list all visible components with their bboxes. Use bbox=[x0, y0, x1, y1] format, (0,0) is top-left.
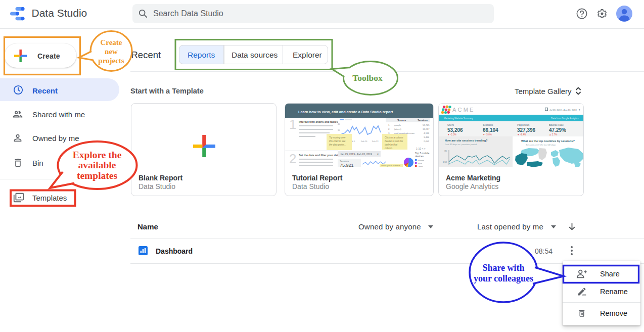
svg-text:column.: column. bbox=[385, 147, 393, 150]
svg-text:google: google bbox=[394, 124, 401, 126]
svg-text:2,052: 2,052 bbox=[424, 140, 430, 143]
svg-text:Interact with charts and table: Interact with charts and tables bbox=[299, 120, 338, 123]
svg-text:devices: devices bbox=[415, 155, 424, 158]
svg-text:Sessions: Sessions bbox=[418, 119, 428, 122]
svg-text:Last 30 days vs. previous peri: Last 30 days vs. previous period bbox=[445, 143, 477, 146]
svg-text:▼ -5.0%: ▼ -5.0% bbox=[483, 133, 492, 136]
svg-text:▲ 2.7%: ▲ 2.7% bbox=[549, 133, 557, 136]
svg-text:table by that: table by that bbox=[385, 144, 398, 146]
svg-text:Click on a column: Click on a column bbox=[385, 136, 403, 139]
svg-text:Try moving over: Try moving over bbox=[329, 136, 346, 139]
svg-text:What are the top countries by: What are the top countries by sessions? bbox=[521, 139, 575, 143]
svg-text:available: available bbox=[78, 160, 116, 170]
svg-text:iPhone: iPhone bbox=[418, 159, 425, 162]
svg-text:Sessions: Sessions bbox=[483, 123, 493, 126]
svg-text:▼ -5.3%: ▼ -5.3% bbox=[447, 133, 456, 136]
svg-text:How are site sessions trending: How are site sessions trending? bbox=[445, 139, 488, 142]
svg-text:Pageviews: Pageviews bbox=[517, 123, 530, 126]
svg-text:3K: 3K bbox=[444, 150, 447, 152]
svg-text:▾: ▾ bbox=[377, 153, 379, 156]
svg-text:ACME: ACME bbox=[452, 107, 475, 113]
svg-text:53,206: 53,206 bbox=[447, 127, 463, 133]
svg-text:1-10 < >: 1-10 < > bbox=[416, 147, 426, 150]
svg-text:▼ -9.4%: ▼ -9.4% bbox=[517, 133, 526, 136]
svg-text:Bounce Rate: Bounce Rate bbox=[549, 123, 564, 126]
svg-text:Create: Create bbox=[100, 38, 122, 46]
svg-text:What you'll achieve: What you'll achieve bbox=[381, 164, 400, 167]
svg-text:40: 40 bbox=[338, 123, 340, 125]
svg-text:Explore the: Explore the bbox=[73, 150, 122, 160]
svg-text:your colleagues: your colleagues bbox=[474, 273, 533, 283]
svg-text:Feb 23: Feb 23 bbox=[372, 140, 379, 143]
svg-text:1: 1 bbox=[289, 117, 296, 132]
svg-text:the data points...: the data points... bbox=[329, 144, 346, 146]
svg-text:header to sort the: header to sort the bbox=[385, 140, 403, 143]
svg-text:Jan 29, 2019 - Feb 26, 2019: Jan 29, 2019 - Feb 26, 2019 bbox=[340, 153, 372, 156]
svg-text:Marketing Website Summary: Marketing Website Summary bbox=[444, 117, 473, 120]
svg-text:Users: Users bbox=[447, 123, 454, 126]
svg-text:327,396: 327,396 bbox=[517, 127, 536, 133]
svg-text:Set the date and filter your d: Set the date and filter your data bbox=[299, 154, 340, 157]
svg-text:47.29%: 47.29% bbox=[549, 127, 566, 133]
svg-text:Data from Google Analytics: Data from Google Analytics bbox=[551, 117, 579, 120]
svg-text:iPad: iPad bbox=[418, 162, 422, 165]
svg-text:13,217: 13,217 bbox=[423, 128, 430, 130]
svg-text:Source: Source bbox=[397, 119, 406, 122]
svg-text:Sessions over the last 30 days: Sessions over the last 30 days bbox=[526, 144, 556, 146]
svg-text:new: new bbox=[105, 48, 118, 56]
svg-text:projects: projects bbox=[98, 57, 124, 65]
svg-text:Toolbox: Toolbox bbox=[352, 73, 383, 83]
svg-text:30: 30 bbox=[338, 129, 340, 131]
svg-text:75,921: 75,921 bbox=[340, 163, 354, 167]
svg-text:3,486: 3,486 bbox=[424, 136, 430, 138]
svg-text:66,104: 66,104 bbox=[483, 127, 498, 133]
svg-text:Learn how to view, edit and cr: Learn how to view, edit and create a Dat… bbox=[298, 110, 393, 114]
svg-text:1.: 1. bbox=[388, 124, 390, 126]
svg-text:59,765: 59,765 bbox=[423, 124, 430, 126]
svg-text:2: 2 bbox=[289, 151, 296, 166]
svg-text:1.5K: 1.5K bbox=[443, 161, 447, 163]
svg-text:(direct): (direct) bbox=[394, 128, 401, 130]
svg-text:Share with: Share with bbox=[482, 263, 524, 273]
svg-text:this chart to see: this chart to see bbox=[329, 140, 346, 143]
svg-text:4,198: 4,198 bbox=[424, 132, 430, 134]
svg-text:2.: 2. bbox=[388, 128, 390, 130]
svg-text:Feb 16: Feb 16 bbox=[361, 140, 367, 143]
svg-text:Jul 18, 2018 - Aug 16, 2018: Jul 18, 2018 - Aug 16, 2018 bbox=[549, 109, 577, 111]
